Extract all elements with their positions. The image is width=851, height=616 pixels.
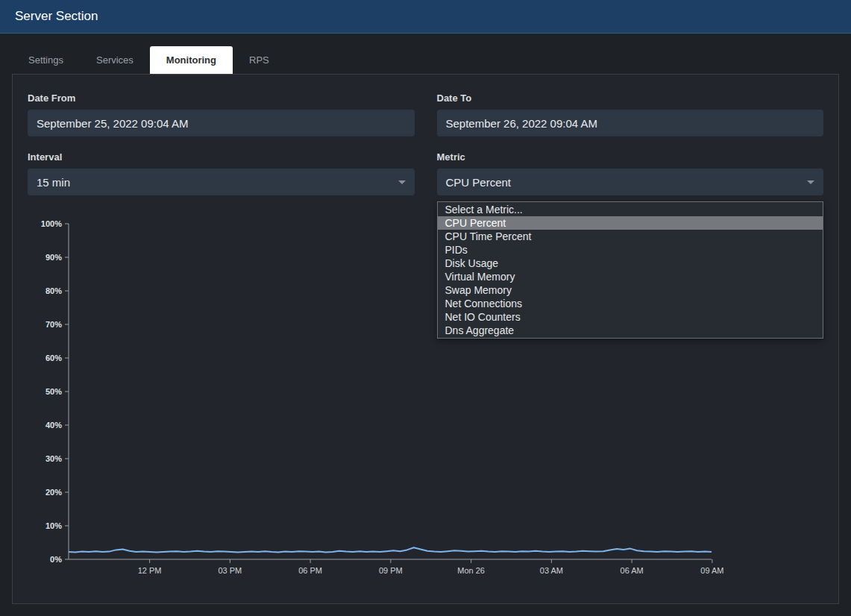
svg-text:80%: 80% (45, 286, 62, 295)
svg-text:06 PM: 06 PM (298, 566, 322, 575)
svg-text:03 AM: 03 AM (540, 566, 563, 575)
svg-text:20%: 20% (45, 488, 62, 497)
svg-text:60%: 60% (45, 353, 62, 362)
svg-text:30%: 30% (45, 454, 62, 463)
metric-option[interactable]: PIDs (438, 243, 823, 257)
monitoring-panel: Date From Date To Interval 15 min Metric… (12, 74, 839, 604)
svg-text:09 PM: 09 PM (379, 566, 403, 575)
chevron-down-icon (398, 180, 406, 184)
date-from-label: Date From (28, 92, 415, 104)
interval-select[interactable]: 15 min (28, 169, 415, 195)
page-title: Server Section (15, 9, 98, 24)
metric-select[interactable]: CPU Percent (437, 169, 824, 195)
metric-option[interactable]: CPU Time Percent (438, 230, 823, 243)
date-to-label: Date To (437, 92, 824, 104)
metric-field: Metric CPU Percent Select a Metric...CPU… (437, 151, 824, 195)
svg-text:50%: 50% (45, 387, 62, 396)
svg-text:Mon 26: Mon 26 (457, 566, 485, 575)
metric-option[interactable]: Net IO Counters (438, 310, 823, 324)
svg-text:90%: 90% (45, 253, 62, 262)
date-to-input[interactable] (437, 110, 824, 136)
metric-option[interactable]: Swap Memory (438, 283, 823, 297)
svg-text:40%: 40% (45, 421, 62, 430)
date-from-field: Date From (28, 92, 415, 136)
metric-select-value: CPU Percent (446, 176, 512, 189)
svg-text:03 PM: 03 PM (218, 566, 242, 575)
svg-text:100%: 100% (41, 219, 62, 228)
svg-text:10%: 10% (45, 521, 62, 530)
tab-services[interactable]: Services (80, 46, 150, 74)
metric-option[interactable]: Disk Usage (438, 257, 823, 270)
tab-settings[interactable]: Settings (12, 46, 80, 74)
chevron-down-icon (807, 180, 814, 184)
metric-option[interactable]: Select a Metric... (438, 203, 823, 216)
metric-dropdown: Select a Metric...CPU PercentCPU Time Pe… (437, 201, 824, 339)
interval-label: Interval (28, 151, 415, 163)
svg-text:12 PM: 12 PM (138, 566, 162, 575)
metric-option[interactable]: CPU Percent (438, 216, 823, 230)
window-titlebar: Server Section (0, 0, 851, 34)
tab-monitoring[interactable]: Monitoring (150, 46, 233, 74)
svg-text:09 AM: 09 AM (700, 566, 723, 575)
interval-select-value: 15 min (37, 176, 70, 189)
date-to-field: Date To (437, 92, 824, 136)
metric-label: Metric (437, 151, 824, 163)
filter-form: Date From Date To Interval 15 min Metric… (28, 92, 823, 195)
interval-field: Interval 15 min (28, 151, 415, 195)
metric-option[interactable]: Dns Aggregate (438, 324, 823, 337)
tab-bar: Settings Services Monitoring RPS (12, 46, 839, 74)
metric-option[interactable]: Net Connections (438, 297, 823, 310)
metric-option[interactable]: Virtual Memory (438, 270, 823, 283)
svg-text:06 AM: 06 AM (621, 566, 644, 575)
svg-text:0%: 0% (50, 555, 62, 564)
tab-rps[interactable]: RPS (233, 46, 286, 74)
date-from-input[interactable] (28, 110, 415, 136)
svg-text:70%: 70% (45, 320, 62, 329)
